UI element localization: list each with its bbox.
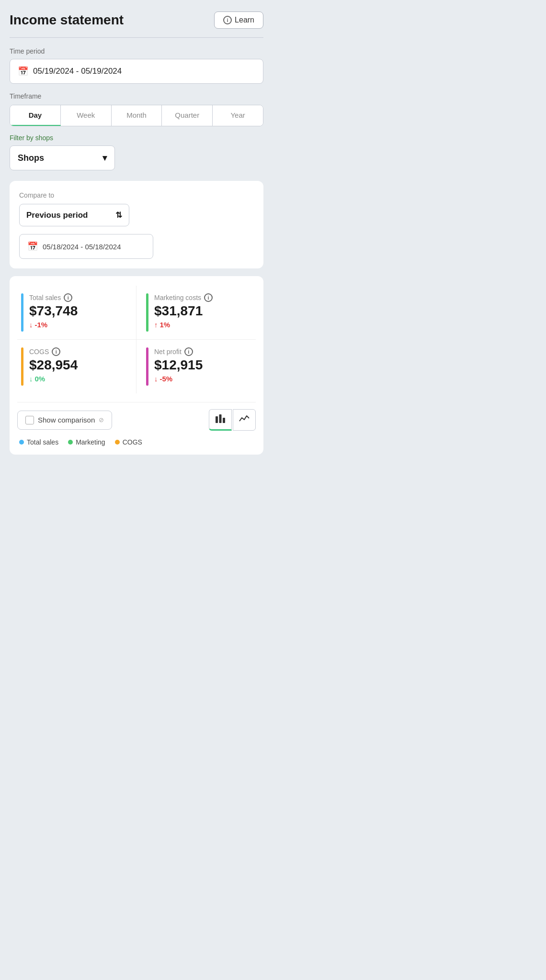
page-header: Income statement i Learn [10,11,263,29]
time-period-label: Time period [10,47,263,55]
tab-month[interactable]: Month [112,105,162,126]
metric-cogs: COGS i $28,954 0% [17,340,136,393]
line-chart-button[interactable] [233,409,256,431]
timeframe-tabs: Day Week Month Quarter Year [10,105,263,126]
legend-cogs-label: COGS [123,438,142,446]
date-range-input[interactable]: 📅 05/19/2024 - 05/19/2024 [10,59,263,84]
legend-total-sales-dot [19,440,24,445]
shops-dropdown[interactable]: Shops ▾ [10,145,115,170]
legend-marketing-dot [68,440,73,445]
cogs-value: $28,954 [29,358,130,373]
svg-rect-0 [216,416,218,423]
total-sales-arrow [29,321,33,329]
marketing-bar [146,293,148,332]
shops-value: Shops [18,153,44,163]
marketing-change: 1% [154,321,250,329]
cogs-bar [21,347,23,386]
tab-quarter[interactable]: Quarter [162,105,213,126]
page-title: Income statement [10,12,124,28]
net-profit-change-value: -5% [160,375,173,383]
calendar-icon: 📅 [18,66,28,77]
cogs-label: COGS [29,348,49,356]
legend-marketing: Marketing [68,438,105,446]
net-profit-label: Net profit [154,348,182,356]
compare-date-box[interactable]: 📅 05/18/2024 - 05/18/2024 [19,234,153,259]
metric-total-sales: Total sales i $73,748 -1% [17,286,136,340]
total-sales-bar [21,293,23,332]
compare-card: Compare to Previous period ⇅ 📅 05/18/202… [10,181,263,268]
total-sales-change: -1% [29,321,130,329]
date-range-value: 05/19/2024 - 05/19/2024 [33,67,122,76]
compare-label: Compare to [19,191,254,199]
metrics-card: Total sales i $73,748 -1% Marketing cost [10,276,263,455]
time-period-section: Time period 📅 05/19/2024 - 05/19/2024 [10,47,263,84]
header-divider [10,37,263,38]
bar-chart-icon [215,413,226,423]
net-profit-value: $12,915 [154,358,250,373]
total-sales-change-value: -1% [35,321,48,329]
metric-marketing-costs: Marketing costs i $31,871 1% [136,286,256,340]
filter-label: Filter by shops [10,134,263,142]
chevron-down-icon: ▾ [102,153,107,163]
legend-marketing-label: Marketing [76,438,105,446]
metrics-bottom: Show comparison ⊘ [17,402,256,446]
net-profit-change: -5% [154,375,250,383]
show-comparison-button[interactable]: Show comparison ⊘ [17,411,112,430]
compare-select[interactable]: Previous period ⇅ [19,204,129,226]
compare-select-value: Previous period [26,211,88,220]
compare-calendar-icon: 📅 [27,241,38,252]
marketing-label: Marketing costs [154,294,201,301]
learn-label: Learn [235,16,254,24]
chart-legend: Total sales Marketing COGS [17,436,256,446]
legend-cogs-dot [115,440,120,445]
compare-date-value: 05/18/2024 - 05/18/2024 [43,243,121,251]
show-comparison-label: Show comparison [38,416,95,424]
total-sales-value: $73,748 [29,304,130,319]
metric-net-profit: Net profit i $12,915 -5% [136,340,256,393]
net-profit-info-icon: i [184,347,193,356]
metrics-grid: Total sales i $73,748 -1% Marketing cost [17,286,256,393]
timeframe-label: Timeframe [10,92,263,100]
legend-cogs: COGS [115,438,142,446]
learn-button[interactable]: i Learn [214,11,263,29]
net-profit-arrow [154,375,158,383]
line-chart-icon [239,414,250,423]
hash-icon: ⊘ [99,416,104,423]
marketing-change-value: 1% [160,321,171,329]
marketing-value: $31,871 [154,304,250,319]
marketing-arrow [154,321,158,329]
tab-week[interactable]: Week [61,105,112,126]
tab-day[interactable]: Day [10,105,61,126]
show-comparison-checkbox[interactable] [25,416,34,424]
marketing-info-icon: i [204,293,213,302]
total-sales-label: Total sales [29,294,61,301]
net-profit-bar [146,347,148,386]
cogs-change: 0% [29,375,130,383]
chart-type-toggle [209,409,256,431]
svg-rect-1 [219,414,222,423]
bottom-controls: Show comparison ⊘ [17,409,256,431]
tab-year[interactable]: Year [213,105,263,126]
bar-chart-button[interactable] [209,409,232,431]
timeframe-section: Timeframe Day Week Month Quarter Year [10,92,263,126]
cogs-change-value: 0% [35,375,46,383]
legend-total-sales-label: Total sales [27,438,58,446]
filter-section: Filter by shops Shops ▾ [10,134,263,170]
info-icon: i [223,16,232,24]
svg-rect-2 [223,418,225,423]
cogs-info-icon: i [52,347,60,356]
legend-total-sales: Total sales [19,438,58,446]
cogs-arrow [29,375,33,383]
updown-icon: ⇅ [115,210,122,220]
total-sales-info-icon: i [64,293,72,302]
